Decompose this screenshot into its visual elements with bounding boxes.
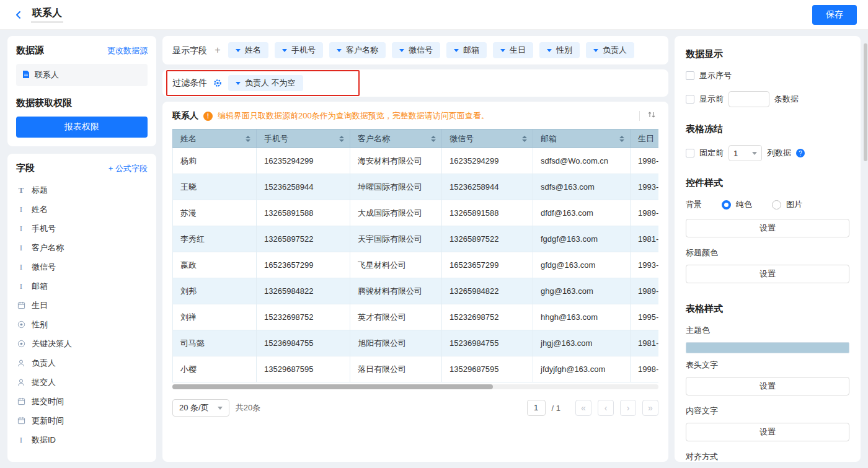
solid-color-radio[interactable] <box>722 200 731 210</box>
table-cell: 13265891588 <box>442 200 533 226</box>
date-icon <box>16 301 26 309</box>
report-permission-button[interactable]: 报表权限 <box>16 117 148 138</box>
column-header-birthday[interactable]: 生日 <box>631 130 659 148</box>
help-icon[interactable]: ? <box>796 149 805 157</box>
freeze-columns-checkbox[interactable] <box>686 149 694 157</box>
table-cell: 飞星材料公司 <box>350 252 442 278</box>
title-color-set-button[interactable]: 设置 <box>686 265 849 283</box>
horizontal-scrollbar-thumb[interactable] <box>172 384 493 389</box>
field-item-decision-maker[interactable]: 关键决策人 <box>16 334 148 353</box>
table-cell: 李秀红 <box>173 226 257 252</box>
field-chip-owner[interactable]: 负责人 <box>586 42 634 58</box>
field-item-gender[interactable]: 性别 <box>16 315 148 334</box>
table-cell: 13265897522 <box>442 226 533 252</box>
show-index-checkbox[interactable] <box>686 71 694 80</box>
field-chip-customer[interactable]: 客户名称 <box>329 42 386 58</box>
field-chip-email[interactable]: 邮箱 <box>446 42 487 58</box>
content-text-set-button[interactable]: 设置 <box>686 423 849 441</box>
last-page-button[interactable]: » <box>642 400 658 416</box>
column-header-phone[interactable]: 手机号 <box>257 130 350 148</box>
background-label: 背景 <box>686 199 702 210</box>
chevron-down-icon <box>236 49 241 52</box>
show-first-count-input[interactable] <box>728 91 769 107</box>
field-chip-name[interactable]: 姓名 <box>228 42 268 58</box>
add-formula-field-link[interactable]: + 公式字段 <box>108 163 148 174</box>
save-button[interactable]: 保存 <box>812 5 857 25</box>
table-cell: sdfs@163.com <box>533 174 631 200</box>
field-item-submit-time[interactable]: 提交时间 <box>16 392 148 411</box>
field-item-email[interactable]: I邮箱 <box>16 276 148 296</box>
field-chip-phone[interactable]: 手机号 <box>275 42 323 58</box>
datasource-item[interactable]: 联系人 <box>16 64 148 86</box>
left-sidebar: 数据源 更改数据源 联系人 数据获取权限 报表权限 字段 + 公式字段 <box>7 36 156 462</box>
field-item-update-time[interactable]: 更新时间 <box>16 411 148 430</box>
table-cell: 1993-08 <box>631 174 659 200</box>
table-row: 李秀红13265897522天宇国际有限公司13265897522fgdgf@1… <box>173 226 659 252</box>
field-chip-gender[interactable]: 性别 <box>539 42 580 58</box>
table-cell: 15236984755 <box>442 330 533 356</box>
header-text-set-button[interactable]: 设置 <box>686 377 849 395</box>
field-item-submitter[interactable]: 提交人 <box>16 373 148 392</box>
align-label: 对齐方式 <box>686 451 849 462</box>
page-title[interactable]: 联系人 <box>31 7 63 22</box>
sort-order-icon[interactable] <box>645 109 658 123</box>
field-item-customer[interactable]: I客户名称 <box>16 238 148 257</box>
widget-style-title: 控件样式 <box>686 177 849 189</box>
table-cell: 旭阳有限公司 <box>350 330 442 356</box>
content-text-label: 内容文字 <box>686 405 849 417</box>
table-cell: jfdyjfgh@163.com <box>533 356 631 382</box>
field-chip-wechat[interactable]: 微信号 <box>392 42 440 58</box>
chevron-down-icon <box>399 49 404 52</box>
field-item-birthday[interactable]: 生日 <box>16 296 148 315</box>
add-display-field-button[interactable]: + <box>213 42 222 58</box>
show-first-suffix: 条数据 <box>774 94 799 105</box>
table-cell: 16523657299 <box>257 252 350 278</box>
current-page-input[interactable]: 1 <box>527 400 546 416</box>
show-first-prefix: 显示前 <box>699 94 724 105</box>
back-icon[interactable] <box>11 7 26 22</box>
show-first-checkbox[interactable] <box>686 95 694 104</box>
image-radio[interactable] <box>772 200 781 210</box>
table-cell: 落日有限公司 <box>350 356 442 382</box>
table-cell: 天宇国际有限公司 <box>350 226 442 252</box>
field-chip-birthday[interactable]: 生日 <box>493 42 533 58</box>
warning-icon: ! <box>203 112 213 121</box>
column-header-name[interactable]: 姓名 <box>173 130 257 148</box>
field-item-title[interactable]: T标题 <box>16 180 148 200</box>
prev-page-button[interactable]: ‹ <box>598 400 614 416</box>
display-fields-label: 显示字段 <box>172 42 207 58</box>
table-row: 王晓15236258944坤曜国际有限公司15236258944sdfs@163… <box>173 174 659 200</box>
vertical-scrollbar-thumb[interactable] <box>864 43 867 161</box>
column-header-email[interactable]: 邮箱 <box>533 130 631 148</box>
page-size-select[interactable]: 20 条/页 <box>172 399 229 417</box>
field-item-name[interactable]: I姓名 <box>16 200 148 219</box>
person-icon <box>16 378 26 387</box>
table-cell: 1989-11 <box>631 200 659 226</box>
column-header-wechat[interactable]: 微信号 <box>442 130 533 148</box>
field-item-owner[interactable]: 负责人 <box>16 353 148 373</box>
table-cell: 小樱 <box>173 356 257 382</box>
theme-color-swatch[interactable] <box>686 342 849 353</box>
document-icon <box>22 70 30 81</box>
table-row: 刘邦13265984822腾骏材料有限公司13265984822ghg@163.… <box>173 278 659 304</box>
first-page-button[interactable]: « <box>575 400 591 416</box>
settings-sidebar: 数据显示 显示序号 显示前 条数据 表格冻结 固定前 <box>675 36 861 462</box>
freeze-count-select[interactable]: 1 <box>728 145 762 161</box>
field-item-wechat[interactable]: I微信号 <box>16 257 148 276</box>
datasource-title: 数据源 <box>16 45 44 56</box>
filter-condition-chip[interactable]: 负责人 不为空 <box>228 75 303 91</box>
table-cell: 1993-08 <box>631 252 659 278</box>
gear-icon[interactable] <box>213 79 222 87</box>
change-datasource-link[interactable]: 更改数据源 <box>107 45 148 56</box>
background-set-button[interactable]: 设置 <box>686 219 849 237</box>
field-item-data-id[interactable]: I数据ID <box>16 430 148 449</box>
field-item-phone[interactable]: I手机号 <box>16 219 148 238</box>
chevron-down-icon <box>500 49 505 52</box>
fields-panel: 字段 + 公式字段 T标题 I姓名 I手机号 I客户名称 I微信号 I邮箱 生日… <box>7 154 156 462</box>
table-cell: 13265984822 <box>257 278 350 304</box>
table-cell: hhgh@163.com <box>533 304 631 330</box>
next-page-button[interactable]: › <box>620 400 636 416</box>
table-cell: 坤曜国际有限公司 <box>350 174 442 200</box>
table-cell: 16523657299 <box>442 252 533 278</box>
column-header-customer[interactable]: 客户名称 <box>350 130 442 148</box>
